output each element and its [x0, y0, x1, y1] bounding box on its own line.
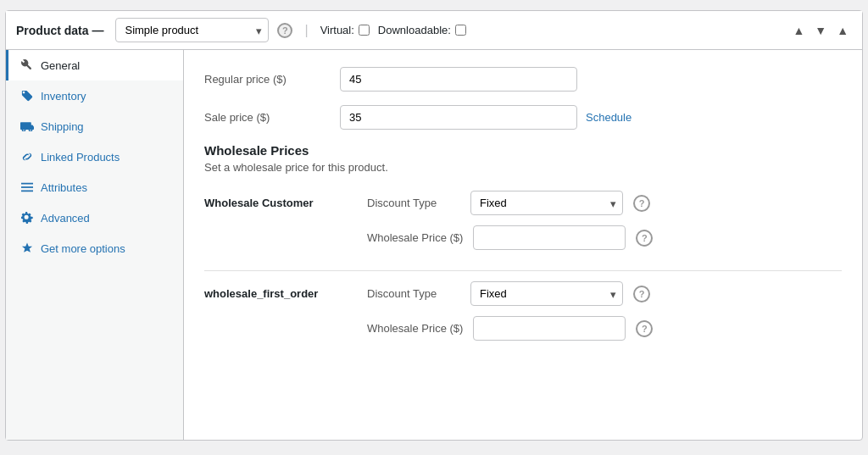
link-icon [20, 150, 34, 164]
wholesale-price-help-1[interactable]: ? [636, 320, 653, 337]
product-type-help-icon[interactable]: ? [277, 23, 292, 38]
sidebar-general-label: General [41, 59, 80, 72]
header-arrows: ▲ ▼ ▲ [789, 22, 852, 39]
discount-type-select-wrapper-1[interactable]: Fixed Percentage [470, 281, 623, 306]
header-separator: | [304, 23, 308, 38]
sidebar-item-get-more-options[interactable]: Get more options [6, 233, 183, 264]
gear-icon [20, 211, 34, 225]
wholesale-price-row-0: Wholesale Price ($) ? [204, 225, 842, 250]
discount-type-label-1: Discount Type [367, 287, 460, 300]
discount-type-help-1[interactable]: ? [633, 286, 650, 302]
svg-rect-1 [21, 186, 33, 188]
sidebar: General Inventory Shipping Linked Produc… [6, 50, 184, 440]
tag-icon [20, 89, 34, 103]
truck-icon [20, 119, 34, 133]
sidebar-item-linked-products[interactable]: Linked Products [6, 141, 183, 172]
discount-type-select-wrapper-0[interactable]: Fixed Percentage [470, 191, 623, 215]
downloadable-label: Downloadable: [378, 24, 451, 36]
wholesale-price-label-0: Wholesale Price ($) [367, 231, 463, 244]
sidebar-advanced-label: Advanced [41, 212, 90, 225]
sidebar-item-shipping[interactable]: Shipping [6, 111, 183, 141]
star-icon [20, 241, 34, 255]
product-type-select[interactable]: Simple product Variable product Grouped … [115, 18, 269, 42]
downloadable-checkbox[interactable] [455, 25, 466, 36]
wholesale-price-input-0[interactable] [473, 225, 626, 250]
wholesale-section-title: Wholesale Prices [204, 143, 842, 158]
sale-price-label: Sale price ($) [204, 111, 340, 124]
wholesale-price-row-1: Wholesale Price ($) ? [204, 316, 842, 341]
discount-type-select-0[interactable]: Fixed Percentage [470, 191, 623, 215]
sidebar-inventory-label: Inventory [41, 90, 86, 103]
svg-rect-2 [21, 191, 33, 192]
wholesale-discount-type-row-0: Wholesale Customer Discount Type Fixed P… [204, 191, 842, 215]
regular-price-row: Regular price ($) [204, 67, 842, 92]
wholesale-price-input-1[interactable] [473, 316, 626, 341]
product-type-select-wrapper[interactable]: Simple product Variable product Grouped … [115, 18, 269, 42]
sidebar-item-general[interactable]: General [6, 50, 183, 80]
svg-rect-0 [21, 183, 33, 185]
regular-price-input[interactable] [340, 67, 577, 92]
sale-price-row: Sale price ($) Schedule [204, 105, 842, 130]
collapse-down-button[interactable]: ▼ [811, 22, 830, 39]
downloadable-checkbox-label[interactable]: Downloadable: [378, 24, 466, 36]
wholesale-price-help-0[interactable]: ? [636, 230, 653, 247]
sale-price-input[interactable] [340, 105, 577, 130]
wholesale-section-desc: Set a wholesale price for this product. [204, 161, 842, 174]
product-data-body: General Inventory Shipping Linked Produc… [6, 50, 862, 440]
sidebar-item-inventory[interactable]: Inventory [6, 80, 183, 111]
sidebar-item-advanced[interactable]: Advanced [6, 203, 183, 233]
expand-button[interactable]: ▲ [833, 22, 852, 39]
schedule-link[interactable]: Schedule [586, 111, 632, 124]
sidebar-get-more-options-label: Get more options [41, 242, 125, 255]
wholesale-customer-label-1: wholesale_first_order [204, 287, 357, 300]
virtual-checkbox-label[interactable]: Virtual: [320, 24, 370, 36]
product-data-panel: Product data — Simple product Variable p… [5, 10, 863, 441]
sidebar-item-attributes[interactable]: Attributes [6, 172, 183, 203]
list-icon [20, 180, 34, 194]
virtual-checkbox[interactable] [359, 25, 370, 36]
wholesale-price-label-1: Wholesale Price ($) [367, 322, 463, 335]
sidebar-linked-products-label: Linked Products [41, 151, 120, 164]
discount-type-label-0: Discount Type [367, 197, 460, 209]
wholesale-discount-type-row-1: wholesale_first_order Discount Type Fixe… [204, 281, 842, 306]
discount-type-select-1[interactable]: Fixed Percentage [470, 281, 623, 306]
product-data-header: Product data — Simple product Variable p… [6, 11, 862, 50]
wholesale-block-1: wholesale_first_order Discount Type Fixe… [204, 281, 842, 341]
wholesale-block-0: Wholesale Customer Discount Type Fixed P… [204, 191, 842, 250]
main-content: Regular price ($) Sale price ($) Schedul… [184, 50, 862, 440]
discount-type-help-0[interactable]: ? [633, 195, 650, 212]
collapse-up-button[interactable]: ▲ [789, 22, 808, 39]
sidebar-attributes-label: Attributes [41, 181, 87, 194]
regular-price-label: Regular price ($) [204, 73, 340, 86]
wrench-icon [20, 58, 34, 72]
wholesale-divider [204, 270, 842, 271]
virtual-label: Virtual: [320, 24, 354, 36]
sidebar-shipping-label: Shipping [41, 120, 84, 133]
wholesale-customer-label-0: Wholesale Customer [204, 197, 357, 209]
product-data-title: Product data — [16, 24, 103, 37]
